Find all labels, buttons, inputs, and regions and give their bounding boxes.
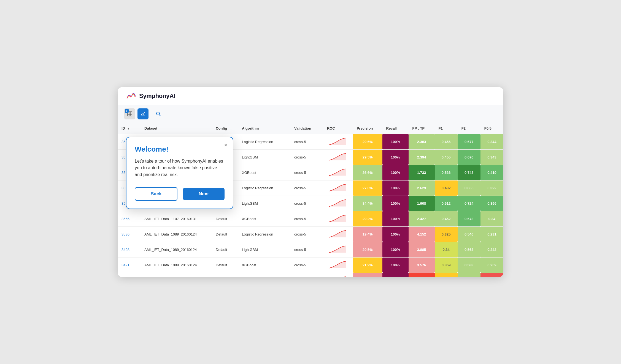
chart-icon bbox=[141, 111, 145, 116]
cell-f05: 0.343 bbox=[480, 149, 503, 165]
col-algorithm: Algorithm bbox=[238, 123, 290, 134]
cell-recall: 100% bbox=[382, 242, 409, 257]
col-roc: ROC bbox=[323, 123, 353, 134]
cell-precision: 34.4% bbox=[353, 196, 382, 211]
cell-fp-tp: 2.394 bbox=[409, 149, 435, 165]
cell-f05: 0.231 bbox=[480, 226, 503, 242]
cell-validation: cross-5 bbox=[290, 196, 323, 211]
cell-recall: 100% bbox=[382, 211, 409, 226]
cell-f2: 0.546 bbox=[458, 226, 480, 242]
chart-view-button[interactable] bbox=[137, 108, 148, 119]
cell-f1: 0.512 bbox=[435, 196, 458, 211]
col-f1: F1 bbox=[435, 123, 458, 134]
cell-fp-tp: 2.629 bbox=[409, 180, 435, 196]
cell-config: Default bbox=[212, 242, 238, 257]
cell-f05: 0.34 bbox=[480, 211, 503, 226]
col-id: ID ▼ bbox=[118, 123, 141, 134]
cell-f2: 0.724 bbox=[458, 196, 480, 211]
cell-recall: 100% bbox=[382, 226, 409, 242]
logo-area: SymphonyAI bbox=[126, 92, 175, 100]
cell-id: 3555 bbox=[118, 211, 141, 226]
cell-validation: cross-5 bbox=[290, 134, 323, 150]
cell-f1: 0.325 bbox=[435, 226, 458, 242]
cell-f05: 0.344 bbox=[480, 134, 503, 150]
col-fp-tp: FP : TP bbox=[409, 123, 435, 134]
table-row: 3398 AML_IET_Data_1063_20160117 Default … bbox=[118, 273, 503, 277]
toolbar-badge: 0 bbox=[125, 109, 129, 113]
cell-id: 3491 bbox=[118, 257, 141, 273]
cell-config: Default bbox=[212, 273, 238, 277]
header: SymphonyAI bbox=[118, 87, 503, 105]
next-button[interactable]: Next bbox=[183, 188, 225, 200]
cell-precision: 29.2% bbox=[353, 211, 382, 226]
cell-f05: 0.322 bbox=[480, 180, 503, 196]
cell-f1: 0.34 bbox=[435, 242, 458, 257]
search-icon bbox=[156, 111, 161, 117]
cell-fp-tp: 2.383 bbox=[409, 134, 435, 150]
cell-config: Default bbox=[212, 226, 238, 242]
cell-validation: cross-5 bbox=[290, 226, 323, 242]
cell-recall: 100% bbox=[382, 257, 409, 273]
cell-precision: 21.9% bbox=[353, 257, 382, 273]
cell-roc bbox=[323, 134, 353, 150]
search-button[interactable] bbox=[153, 108, 164, 119]
cell-f1: 0.452 bbox=[435, 211, 458, 226]
cell-recall: 100% bbox=[382, 196, 409, 211]
logo-icon bbox=[126, 92, 136, 100]
cell-config: Default bbox=[212, 211, 238, 226]
toolbar: 0 bbox=[118, 105, 503, 123]
table-view-button[interactable]: 0 bbox=[124, 108, 135, 119]
cell-roc bbox=[323, 180, 353, 196]
cell-algorithm: LightGBM bbox=[238, 196, 290, 211]
cell-f1: 0.432 bbox=[435, 180, 458, 196]
cell-precision: 36.6% bbox=[353, 165, 382, 180]
cell-f1: 0.455 bbox=[435, 149, 458, 165]
cell-algorithm: Logistic Regression bbox=[238, 134, 290, 150]
cell-fp-tp: 4.152 bbox=[409, 226, 435, 242]
content-area: ID ▼ Dataset Config Algorithm Validation… bbox=[118, 123, 503, 277]
cell-f05: 0.174 bbox=[480, 273, 503, 277]
back-button[interactable]: Back bbox=[135, 187, 177, 201]
cell-algorithm: XGBoost bbox=[238, 165, 290, 180]
cell-fp-tp: 3.576 bbox=[409, 257, 435, 273]
col-f05: F0.5 bbox=[480, 123, 503, 134]
cell-recall: 100% bbox=[382, 149, 409, 165]
cell-f2: 0.563 bbox=[458, 242, 480, 257]
cell-precision: 27.6% bbox=[353, 180, 382, 196]
cell-precision: 20.5% bbox=[353, 242, 382, 257]
cell-roc bbox=[323, 273, 353, 277]
cell-roc bbox=[323, 257, 353, 273]
cell-algorithm: XGBoost bbox=[238, 257, 290, 273]
cell-algorithm: Logistic Regression bbox=[238, 180, 290, 196]
welcome-dialog: × Welcome! Let’s take a tour of how Symp… bbox=[126, 137, 233, 209]
cell-fp-tp: 3.885 bbox=[409, 242, 435, 257]
cell-validation: cross-5 bbox=[290, 149, 323, 165]
table-row: 3498 AML_IET_Data_1089_20160124 Default … bbox=[118, 242, 503, 257]
cell-dataset: AML_IET_Data_1063_20160117 bbox=[141, 273, 212, 277]
cell-f2: 0.676 bbox=[458, 149, 480, 165]
svg-line-7 bbox=[159, 114, 161, 116]
cell-dataset: AML_IET_Data_1089_20160124 bbox=[141, 242, 212, 257]
cell-f1: 0.536 bbox=[435, 165, 458, 180]
cell-fp-tp: 1.908 bbox=[409, 196, 435, 211]
cell-roc bbox=[323, 211, 353, 226]
cell-precision: 19.4% bbox=[353, 226, 382, 242]
col-config: Config bbox=[212, 123, 238, 134]
cell-roc bbox=[323, 226, 353, 242]
cell-roc bbox=[323, 196, 353, 211]
cell-f2: 0.458 bbox=[458, 273, 480, 277]
col-validation: Validation bbox=[290, 123, 323, 134]
cell-dataset: AML_IET_Data_1107_20160131 bbox=[141, 211, 212, 226]
dialog-close-button[interactable]: × bbox=[223, 141, 228, 149]
cell-f2: 0.583 bbox=[458, 257, 480, 273]
cell-fp-tp: 1.733 bbox=[409, 165, 435, 180]
cell-fp-tp: 2.427 bbox=[409, 211, 435, 226]
cell-roc bbox=[323, 149, 353, 165]
cell-f05: 0.396 bbox=[480, 196, 503, 211]
cell-precision: 29.6% bbox=[353, 134, 382, 150]
cell-id: 3498 bbox=[118, 242, 141, 257]
cell-id: 3398 bbox=[118, 273, 141, 277]
dialog-body: Let’s take a tour of how SymphonyAI enab… bbox=[135, 158, 225, 178]
cell-validation: cross-5 bbox=[290, 211, 323, 226]
cell-f2: 0.673 bbox=[458, 211, 480, 226]
